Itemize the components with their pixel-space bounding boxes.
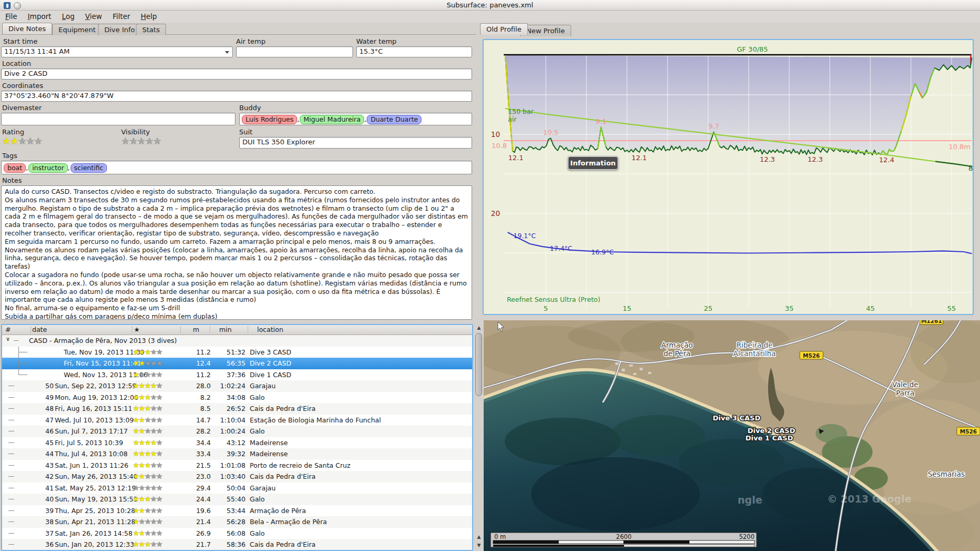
chip-instructor[interactable]: instructor xyxy=(28,163,67,173)
column-header-date[interactable]: date xyxy=(32,326,47,333)
time-tick: 55 xyxy=(947,304,956,312)
dive-date: Sun, Apr 21, 2013 11:28 xyxy=(55,516,135,528)
dive-row[interactable]: Wed, Nov 13, 2013 11:06★★★★★11.237:36Div… xyxy=(2,369,472,381)
tab-old-profile[interactable]: Old Profile xyxy=(480,23,528,35)
star-filled-icon[interactable]: ★ xyxy=(2,135,10,146)
dive-row[interactable]: 49Mon, Aug 19, 2013 12:06★★★★★8.234:08Ga… xyxy=(2,392,472,404)
scroll-up-icon[interactable]: ▲ xyxy=(475,324,483,331)
dive-list-header[interactable]: #date★mminlocation xyxy=(2,325,472,335)
map-place-label: Sesmarias xyxy=(928,470,965,478)
tab-stats[interactable]: Stats xyxy=(136,24,166,35)
dive-row[interactable]: 45Fri, Jul 5, 2013 10:39★★★★★34.443:12Ma… xyxy=(2,437,472,449)
buddy-field[interactable]: Luís Rodrigues,Miguel Madureira,Duarte D… xyxy=(239,113,472,125)
scroll-up2-icon[interactable]: ▲ xyxy=(475,534,483,540)
star-empty-icon[interactable]: ★ xyxy=(26,135,34,146)
dive-row[interactable]: 48Fri, Aug 16, 2013 15:11★★★★★8.526:52Ca… xyxy=(2,403,472,415)
dive-row[interactable]: 38Sun, Apr 21, 2013 11:28★★★★★21.456:28B… xyxy=(2,516,472,528)
dive-row-selected[interactable]: Fri, Nov 15, 2013 11:41★★★★★12.456:35Div… xyxy=(2,358,472,369)
dive-rating: ★★★★★ xyxy=(133,347,162,358)
dive-duration: 55:40 xyxy=(212,494,246,505)
dive-rating: ★★★★★ xyxy=(133,392,162,404)
dive-row[interactable]: 41Sat, May 25, 2013 12:19★★★★★29.450:04G… xyxy=(2,483,472,494)
dive-row[interactable]: 47Wed, Jul 10, 2013 13:09★★★★★14.71:10:0… xyxy=(2,415,472,426)
dive-row[interactable]: 46Sun, Jul 7, 2013 17:17★★★★★28.21:00:24… xyxy=(2,426,472,437)
scrollbar-thumb[interactable] xyxy=(475,333,482,396)
dive-row[interactable]: 42Sun, May 26, 2013 15:40★★★★★23.01:03:4… xyxy=(2,471,472,483)
star-empty-icon: ★ xyxy=(150,529,156,537)
location-field[interactable]: Dive 2 CASD xyxy=(1,68,472,80)
trip-header-row[interactable]: ∨CASD - Armação de Pêra, Nov 2013 (3 div… xyxy=(2,335,472,347)
star-empty-icon: ★ xyxy=(144,517,150,526)
map-place-label: de Pêra xyxy=(664,349,691,358)
information-button[interactable]: Information xyxy=(567,156,619,170)
star-empty-icon: ★ xyxy=(139,517,144,526)
column-header-num[interactable]: # xyxy=(5,326,11,333)
dive-date: Sun, May 26, 2013 15:40 xyxy=(55,471,138,483)
star-empty-icon: ★ xyxy=(144,506,150,515)
chip-scientific[interactable]: scientific xyxy=(71,163,107,173)
dive-duration: 51:32 xyxy=(212,347,246,358)
dive-date: Sat, Jun 1, 2013 11:26 xyxy=(55,460,129,471)
notes-textarea[interactable]: Aula do curso CASD. Transectos c/video e… xyxy=(1,185,472,320)
chip-boat[interactable]: boat xyxy=(4,163,26,173)
start-time-combo[interactable]: 11/15/13 11:41 AM xyxy=(1,46,233,57)
menu-view[interactable]: View xyxy=(80,11,107,22)
menu-help[interactable]: Help xyxy=(135,11,162,22)
menu-import[interactable]: Import xyxy=(23,11,57,22)
star-empty-icon[interactable]: ★ xyxy=(145,135,153,146)
dive-row[interactable]: 40Sun, May 19, 2013 15:53★★★★★24.455:40G… xyxy=(2,494,472,505)
dive-list-scrollbar[interactable]: ▲ ▲ ▼ xyxy=(474,324,484,551)
tab-equipment[interactable]: Equipment xyxy=(52,24,102,35)
column-header-location[interactable]: location xyxy=(257,326,283,333)
max-depth-label: 12.1 xyxy=(508,154,524,162)
water-temp-field[interactable]: 15.3°C xyxy=(356,46,472,57)
dive-row[interactable]: 36Sun, Jan 20, 2013 12:33★★★★★21.758:36C… xyxy=(2,539,472,550)
dive-list[interactable]: #date★mminlocation ∨CASD - Armação de Pê… xyxy=(1,324,473,551)
dive-site-label[interactable]: Dive 1 CASD xyxy=(746,434,793,442)
star-empty-icon[interactable]: ★ xyxy=(18,135,26,146)
collapse-icon[interactable]: ∨ xyxy=(6,336,10,342)
star-empty-icon[interactable]: ★ xyxy=(121,135,129,146)
suit-field[interactable]: DUI TLS 350 Explorer xyxy=(239,137,472,149)
air-temp-field[interactable] xyxy=(236,46,353,57)
dive-row[interactable]: 37Sat, Jan 26, 2013 14:58★★★★★26.956:08G… xyxy=(2,528,472,539)
star-empty-icon: ★ xyxy=(156,416,162,424)
dive-site-label[interactable]: Dive 3 CASD xyxy=(713,414,761,422)
star-filled-icon: ★ xyxy=(144,381,150,390)
dive-rating: ★★★★★ xyxy=(133,369,162,381)
dive-depth: 11.2 xyxy=(181,369,211,381)
chip-luís-rodrigues[interactable]: Luís Rodrigues xyxy=(242,115,297,124)
chip-duarte-duarte[interactable]: Duarte Duarte xyxy=(367,115,422,124)
tags-field[interactable]: boat,instructor,scientific xyxy=(1,161,472,174)
dive-row[interactable]: 50Sun, Sep 22, 2013 12:59★★★★★28.01:02:2… xyxy=(2,380,472,392)
divemaster-field[interactable] xyxy=(1,113,236,125)
star-empty-icon[interactable]: ★ xyxy=(137,135,145,146)
star-empty-icon[interactable]: ★ xyxy=(34,135,42,146)
scroll-down-icon[interactable]: ▼ xyxy=(475,542,483,549)
dive-date: Fri, Jul 5, 2013 10:39 xyxy=(55,437,123,449)
tab-dive-notes[interactable]: Dive Notes xyxy=(2,23,52,34)
column-header-m[interactable]: m xyxy=(193,326,199,333)
coordinates-field[interactable]: 37°05'23.460"N 8°20'47.879"W xyxy=(1,91,472,102)
star-empty-icon[interactable]: ★ xyxy=(153,135,161,146)
rating-stars[interactable]: ★★★★★ xyxy=(2,135,42,146)
menu-file[interactable]: File xyxy=(0,11,23,22)
tab-dive-info[interactable]: Dive Info xyxy=(98,24,141,35)
visibility-stars[interactable]: ★★★★★ xyxy=(121,135,161,146)
chevron-down-icon[interactable] xyxy=(225,51,229,54)
satellite-map[interactable]: Armaçãode PêraRibeira deAlcantarilhaVale… xyxy=(484,320,980,551)
dive-row[interactable]: Tue, Nov 19, 2013 11:39★★★★★11.251:32Div… xyxy=(2,347,472,358)
dive-row[interactable]: 39Thu, Apr 25, 2013 10:28★★★★★19.653:44A… xyxy=(2,505,472,517)
star-filled-icon: ★ xyxy=(133,416,139,424)
dive-row[interactable]: 43Sat, Jun 1, 2013 11:26★★★★★21.51:01:08… xyxy=(2,460,472,471)
chip-miguel-madureira[interactable]: Miguel Madureira xyxy=(300,115,364,124)
column-header-min[interactable]: min xyxy=(219,326,232,333)
dive-site-label[interactable]: Dive 2 CASD xyxy=(748,427,796,435)
tags-label: Tags xyxy=(2,152,17,160)
star-empty-icon[interactable]: ★ xyxy=(129,135,137,146)
dive-row[interactable]: 44Thu, Jul 4, 2013 10:08★★★★★33.439:32Ma… xyxy=(2,448,472,460)
column-header-stars[interactable]: ★ xyxy=(134,326,140,333)
menu-filter[interactable]: Filter xyxy=(107,11,135,22)
menu-log[interactable]: Log xyxy=(56,11,80,22)
star-filled-icon[interactable]: ★ xyxy=(10,135,18,146)
